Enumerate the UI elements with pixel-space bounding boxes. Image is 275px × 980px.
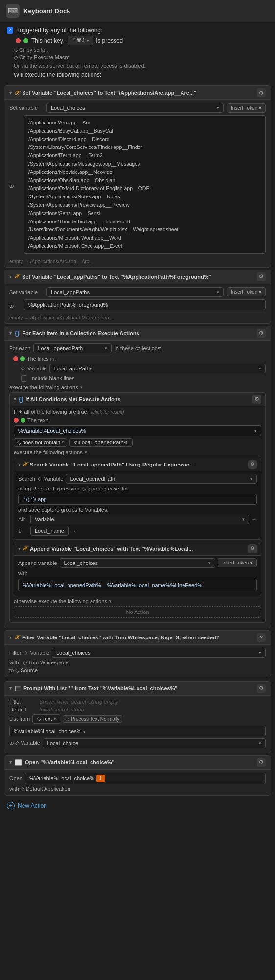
action-set-app-paths: ▾ 𝒳 Set Variable "Local_appPaths" to Tex…: [4, 270, 271, 324]
app-list-item: /Applications/Oxford Dictionary of Engli…: [28, 184, 261, 193]
bracket-icon-if: {}: [19, 396, 23, 403]
pressed-label: is pressed: [96, 37, 123, 44]
list-value-box[interactable]: %Variable%Local_choices% ▾: [9, 726, 266, 736]
for-each-disable-dot[interactable]: [13, 356, 18, 361]
action-set-local-choices: ▾ 𝒳 Set Variable "Local_choices" to Text…: [4, 85, 271, 268]
inner-body-search: Search ◇ Variable Local_openedPath ▾ usi…: [14, 471, 261, 539]
collapse-arrow-if[interactable]: ▾: [14, 396, 16, 402]
gear-btn-filter[interactable]: ?: [257, 633, 266, 642]
km-icon-append: 𝒳: [23, 545, 27, 552]
action-body-open: Open %Variable%Local_choice% 1 with ◇ De…: [4, 770, 271, 795]
gear-btn-if[interactable]: ⚙: [252, 395, 261, 404]
for-each-var-select[interactable]: Local_openedPath ▾: [33, 343, 112, 353]
click-result[interactable]: (click for result): [91, 409, 124, 415]
app-list-item: /Applications/Obsidian.app__Obsidian: [28, 176, 261, 185]
action-header-filter: ▾ 𝒳 Filter Variable "Local_choices" with…: [4, 631, 271, 645]
open-with-label: with ◇ Default Application: [9, 786, 70, 792]
inner-header-append: ▾ 𝒳 Append Variable "Local_choices" with…: [14, 542, 261, 556]
hotkey-box[interactable]: ⌃⌘J ▾: [68, 36, 93, 45]
search-label: Search: [18, 476, 35, 482]
new-action-label: New Action: [18, 802, 47, 809]
collapse-arrow-append[interactable]: ▾: [18, 546, 21, 551]
process-badge[interactable]: ◇ Process Text Normally: [63, 715, 122, 723]
gear-btn-open[interactable]: ⚙: [257, 758, 266, 767]
collapse-arrow-open[interactable]: ▾: [9, 760, 12, 765]
capture-label: and save capture groups to Variables:: [18, 507, 257, 513]
gear-btn-prompt[interactable]: ⚙: [257, 684, 266, 693]
header: ⌨ Keyboard Dock: [0, 0, 275, 22]
plus-icon: +: [7, 802, 15, 809]
collapse-arrow-search[interactable]: ▾: [18, 462, 21, 467]
will-execute-label: Will execute the following actions:: [14, 72, 261, 78]
set-app-paths-select[interactable]: Local_appPaths ▾: [46, 287, 224, 297]
km-icon-2: 𝒳: [15, 273, 19, 280]
list-from-select[interactable]: ◇ Text ▾: [32, 714, 60, 724]
capture-1-label: 1:: [18, 528, 28, 534]
action-body-1: Set variable Local_choices ▾ Insert Toke…: [4, 100, 271, 267]
app-paths-value[interactable]: %ApplicationPath%Foreground%: [24, 299, 266, 310]
action-header-prompt: ▾ ▤ Prompt With List "" from Text "%Vari…: [4, 682, 271, 696]
condition-disable-dot[interactable]: [14, 418, 19, 423]
does-not-contain-select[interactable]: ◇ does not contain ▾: [14, 438, 67, 447]
append-var-select[interactable]: Local_choices ▾: [60, 558, 215, 568]
default-placeholder[interactable]: Initial search string: [39, 707, 266, 712]
gear-btn-append[interactable]: ⚙: [248, 544, 257, 553]
filter-var-select[interactable]: Local_choices ▾: [52, 648, 266, 658]
to-variable-select[interactable]: Local_choice ▾: [43, 738, 266, 748]
collapse-arrow-1[interactable]: ▾: [9, 90, 12, 96]
insert-token-btn-2[interactable]: Insert Token ▾: [227, 287, 266, 296]
title-label: Title:: [9, 699, 36, 705]
action-body-2: Set variable Local_appPaths ▾ Insert Tok…: [4, 284, 271, 323]
enable-dot[interactable]: [23, 38, 28, 43]
append-insert-token[interactable]: Insert Token ▾: [218, 558, 257, 567]
all-var-select[interactable]: Variable ▾: [30, 514, 249, 524]
insert-token-btn-1[interactable]: Insert Token ▾: [227, 103, 266, 113]
collapse-arrow-prompt[interactable]: ▾: [9, 686, 12, 691]
collapse-arrow-filter[interactable]: ▾: [9, 635, 12, 640]
set-variable-select-1[interactable]: Local_choices ▾: [46, 103, 224, 113]
inner-body-append: Append variable Local_choices ▾ Insert T…: [14, 556, 261, 596]
app-list-item: /Applications/Arc.app__Arc: [28, 119, 261, 127]
open-value-box[interactable]: %Variable%Local_choice% 1: [25, 773, 266, 784]
with-label: with: [18, 570, 28, 576]
collapse-arrow-3[interactable]: ▾: [9, 330, 12, 336]
search-title: Search Variable "Local_openedPath" Using…: [30, 462, 246, 467]
gear-btn-3[interactable]: ⚙: [257, 329, 266, 338]
select-chevron-2: ▾: [217, 290, 219, 294]
for-each-enable-dot[interactable]: [20, 356, 25, 361]
app-list-item: /Applications/Thunderbird.app__Thunderbi…: [28, 218, 261, 226]
to-label-1: to: [9, 183, 19, 189]
variable-lines-select[interactable]: Local_appPaths ▾: [49, 364, 266, 373]
the-text-label: The text:: [27, 417, 48, 423]
gear-btn-2[interactable]: ⚙: [257, 272, 266, 281]
script-option[interactable]: ◇ Or by script.: [14, 47, 268, 53]
gear-btn-1[interactable]: ⚙: [257, 88, 266, 97]
search-var-select[interactable]: Local_openedPath ▾: [66, 474, 257, 484]
app-icon: ⌨: [6, 4, 20, 18]
disable-dot[interactable]: [16, 38, 21, 43]
new-action-btn[interactable]: + New Action: [0, 798, 275, 813]
append-label: Append variable: [18, 560, 57, 566]
include-blank-checkbox[interactable]: [21, 375, 27, 382]
title-placeholder[interactable]: Shown when search string empty: [39, 699, 266, 705]
capture-1-var[interactable]: Local_name: [30, 526, 69, 536]
gear-btn-search[interactable]: ⚙: [248, 460, 257, 469]
macro-option[interactable]: ◇ Or by Execute Macro: [14, 54, 268, 61]
app-list-item: /System/Library/CoreServices/Finder.app_…: [28, 143, 261, 151]
text-value-box[interactable]: %Variable%Local_choices% ▾: [14, 425, 261, 436]
condition-enable-dot[interactable]: [21, 418, 25, 423]
lines-in-label: The lines in:: [27, 356, 56, 362]
km-icon-search: 𝒳: [23, 461, 27, 467]
action-title-3: For Each Item in a Collection Execute Ac…: [22, 330, 254, 336]
app-title: Keyboard Dock: [23, 7, 70, 15]
trigger-checkbox[interactable]: ✓: [7, 27, 13, 34]
regex-input[interactable]: .*/(.*)\.app: [18, 494, 257, 505]
append-title: Append Variable "Local_choices" with Tex…: [30, 546, 246, 552]
action-filter: ▾ 𝒳 Filter Variable "Local_choices" with…: [4, 630, 271, 677]
action-prompt: ▾ ▤ Prompt With List "" from Text "%Vari…: [4, 681, 271, 753]
contains-var-select[interactable]: %Local_openedPath%: [69, 438, 133, 447]
append-value-box[interactable]: %Variable%Local_openedPath%__%Variable%L…: [18, 579, 257, 591]
inner-header-search: ▾ 𝒳 Search Variable "Local_openedPath" U…: [14, 458, 261, 471]
trigger-label: Triggered by any of the following:: [16, 27, 102, 34]
collapse-arrow-2[interactable]: ▾: [9, 274, 12, 279]
